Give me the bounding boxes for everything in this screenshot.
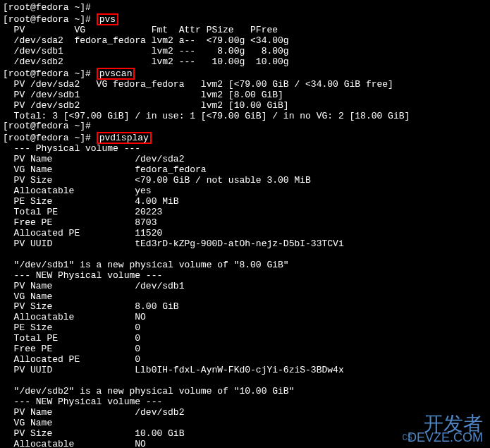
pvdisplay-row: Total PE 20223 (3, 207, 487, 218)
prompt-text: [root@fedora ~] (3, 133, 85, 143)
pvs-row: /dev/sdb2 lvm2 --- 10.00g 10.00g (3, 57, 487, 68)
pvdisplay-row: Allocated PE 11520 (3, 229, 487, 239)
command-line-pvdisplay[interactable]: [root@fedora ~]# pvdisplay (3, 132, 487, 144)
pvdisplay-header: --- NEW Physical volume --- (3, 271, 487, 281)
command-pvscan: pvscan (97, 68, 135, 80)
pvdisplay-msg: "/dev/sdb1" is a new physical volume of … (3, 260, 487, 271)
pvscan-row: PV /dev/sda2 VG fedora_fedora lvm2 [<79.… (3, 80, 487, 90)
command-line-pvscan[interactable]: [root@fedora ~]# pvscan (3, 68, 487, 80)
pvdisplay-row: PV Name /dev/sda2 (3, 155, 487, 165)
pvdisplay-msg: "/dev/sdb2" is a new physical volume of … (3, 387, 487, 397)
pvs-row: /dev/sda2 fedora_fedora lvm2 a-- <79.00g… (3, 36, 487, 47)
prompt-text: [root@fedora ~] (3, 2, 85, 13)
pvdisplay-row: Allocated PE 0 (3, 355, 487, 365)
pvdisplay-row: Allocatable NO (3, 440, 487, 448)
pvdisplay-row: Allocatable yes (3, 186, 487, 197)
pvdisplay-row: VG Name (3, 418, 487, 429)
pvdisplay-row: PV Name /dev/sdb2 (3, 408, 487, 418)
pvdisplay-row: Total PE 0 (3, 334, 487, 344)
prompt-text: [root@fedora ~] (3, 14, 85, 25)
pvdisplay-row: PV Name /dev/sdb1 (3, 281, 487, 292)
pvdisplay-row: PV Size 10.00 GiB (3, 429, 487, 440)
pvdisplay-header: --- NEW Physical volume --- (3, 397, 487, 408)
prompt-text: [root@fedora ~] (3, 68, 85, 79)
command-pvs: pvs (97, 13, 118, 25)
pvscan-row: PV /dev/sdb1 lvm2 [8.00 GiB] (3, 90, 487, 101)
command-pvdisplay: pvdisplay (97, 132, 152, 144)
prompt-hash: # (85, 14, 97, 25)
prompt-hash: # (85, 68, 97, 79)
pvdisplay-row: PV Size 8.00 GiB (3, 302, 487, 313)
empty-prompt[interactable]: [root@fedora ~]# (3, 121, 487, 132)
pvdisplay-row: PE Size 0 (3, 323, 487, 334)
blank-line (3, 376, 487, 387)
pvdisplay-header: --- Physical volume --- (3, 144, 487, 155)
command-line-pvs[interactable]: [root@fedora ~]# pvs (3, 13, 487, 25)
pvdisplay-row: VG Name fedora_fedora (3, 165, 487, 176)
pvs-header: PV VG Fmt Attr PSize PFree (3, 25, 487, 36)
pvdisplay-row: PV UUID tEd3rD-kZPg-900D-atOh-nejz-D5bI-… (3, 239, 487, 250)
prompt-hash: # (85, 133, 97, 143)
pvs-row: /dev/sdb1 lvm2 --- 8.00g 8.00g (3, 47, 487, 57)
pvdisplay-row: VG Name (3, 292, 487, 303)
pvscan-row: PV /dev/sdb2 lvm2 [10.00 GiB] (3, 101, 487, 111)
pvdisplay-row: PE Size 4.00 MiB (3, 197, 487, 207)
pvdisplay-row: PV Size <79.00 GiB / not usable 3.00 MiB (3, 176, 487, 186)
pvdisplay-row: PV UUID Llb0IH-fdxL-AynW-FKd0-cjYi-6ziS-… (3, 365, 487, 376)
pvdisplay-row: Free PE 8703 (3, 218, 487, 229)
prompt-line: [root@fedora ~]# (3, 3, 487, 13)
pvdisplay-row: Allocatable NO (3, 313, 487, 323)
pvscan-row: Total: 3 [<97.00 GiB] / in use: 1 [<79.0… (3, 111, 487, 122)
watermark-csdn: CS (403, 434, 412, 444)
prompt-hash: # (85, 2, 97, 13)
pvdisplay-row: Free PE 0 (3, 344, 487, 355)
blank-line (3, 250, 487, 260)
